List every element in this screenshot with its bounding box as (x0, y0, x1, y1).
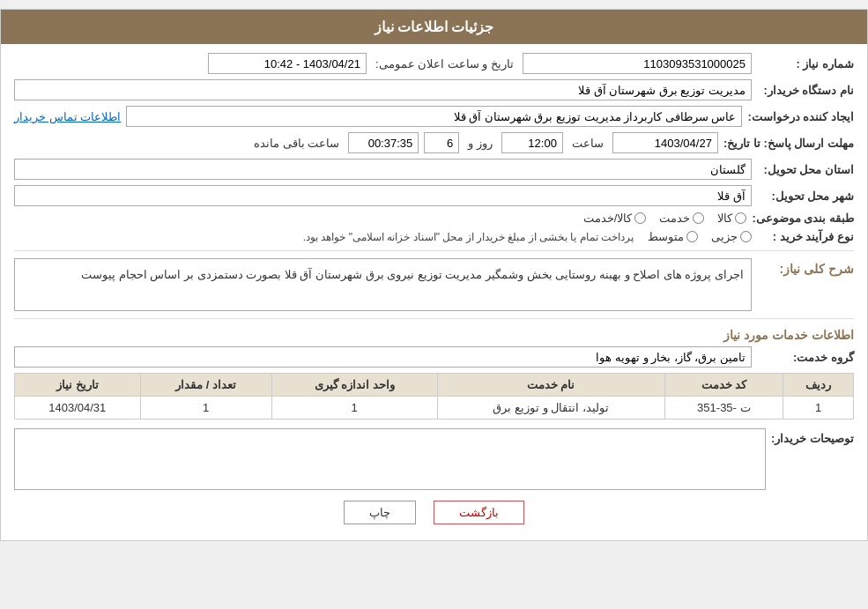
province-label: استان محل تحویل: (757, 163, 854, 176)
contact-link[interactable]: اطلاعات تماس خریدار (14, 110, 121, 123)
purchase-type-radio-group: جزیی متوسط (648, 230, 752, 243)
category-radio-kala-khedmat[interactable] (634, 212, 646, 224)
category-option-khedmat[interactable]: خدمت (659, 212, 704, 225)
table-cell: 1 (140, 397, 271, 420)
deadline-time-input (501, 132, 563, 153)
print-button[interactable]: چاپ (344, 501, 416, 524)
need-number-input (523, 53, 752, 74)
purchase-label-motavasset: متوسط (648, 230, 684, 243)
col-header-row: ردیف (783, 374, 854, 397)
purchase-note: پرداخت تمام یا بخشی از مبلغ خریدار از مح… (303, 231, 634, 243)
announcement-input (208, 53, 367, 74)
divider-2 (14, 318, 854, 319)
purchase-radio-motavasset[interactable] (686, 231, 698, 242)
table-cell: تولید، انتقال و توزیع برق (437, 397, 664, 420)
deadline-remaining-input (348, 132, 419, 153)
service-group-input (14, 346, 752, 368)
deadline-days-input (424, 132, 459, 153)
creator-input (126, 106, 742, 127)
service-group-label: گروه خدمت: (757, 351, 854, 364)
category-radio-kala[interactable] (735, 212, 746, 224)
buyer-org-label: نام دستگاه خریدار: (757, 84, 854, 97)
table-cell: 1 (271, 397, 437, 420)
divider-1 (14, 250, 854, 251)
table-cell: 1403/04/31 (15, 397, 141, 420)
purchase-type-label: نوع فرآیند خرید : (757, 230, 854, 243)
category-radio-group: کالا خدمت کالا/خدمت (583, 212, 747, 225)
description-section-title: شرح کلی نیاز: (757, 262, 854, 276)
category-radio-khedmat[interactable] (693, 212, 704, 224)
category-label: طبقه بندی موضوعی: (752, 212, 854, 225)
description-text: اجرای پروژه های اصلاح و بهبنه روستایی بخ… (14, 258, 752, 311)
buyer-description-box[interactable] (14, 428, 766, 490)
col-header-quantity: تعداد / مقدار (140, 374, 271, 397)
deadline-time-label: ساعت (572, 137, 604, 150)
deadline-date-input (612, 132, 718, 153)
need-number-label: شماره نیاز : (757, 57, 854, 71)
buyer-description-label: توصیحات خریدار: (771, 432, 854, 445)
city-input (14, 185, 752, 206)
col-header-code: کد خدمت (664, 374, 783, 397)
col-header-name: نام خدمت (437, 374, 664, 397)
purchase-label-jozi: جزیی (711, 230, 738, 243)
table-cell: 1 (783, 397, 854, 420)
city-label: شهر محل تحویل: (757, 189, 854, 203)
category-label-kala: کالا (717, 212, 732, 225)
back-button[interactable]: بازگشت (434, 501, 524, 524)
deadline-day-label: روز و (468, 137, 493, 150)
table-row: 1ت -35-351تولید، انتقال و توزیع برق11140… (15, 397, 854, 420)
col-header-date: تاریخ نیاز (15, 374, 141, 397)
category-option-kala-khedmat[interactable]: کالا/خدمت (583, 212, 647, 225)
buyer-org-input (14, 79, 752, 100)
deadline-label: مهلت ارسال پاسخ: تا تاریخ: (723, 137, 854, 150)
province-input (14, 159, 752, 180)
services-table: ردیف کد خدمت نام خدمت واحد اندازه گیری ت… (14, 373, 854, 420)
creator-label: ایجاد کننده درخواست: (747, 110, 854, 123)
purchase-radio-jozi[interactable] (740, 231, 752, 242)
purchase-option-jozi[interactable]: جزیی (711, 230, 752, 243)
page-title: جزئیات اطلاعات نیاز (1, 10, 867, 44)
services-section-title: اطلاعات خدمات مورد نیاز (14, 328, 854, 342)
category-option-kala[interactable]: کالا (717, 212, 746, 225)
purchase-option-motavasset[interactable]: متوسط (648, 230, 698, 243)
category-label-khedmat: خدمت (659, 212, 690, 225)
category-label-kala-khedmat: کالا/خدمت (583, 212, 633, 225)
deadline-remaining-label: ساعت باقی مانده (254, 137, 339, 150)
announcement-label: تاریخ و ساعت اعلان عمومی: (375, 57, 514, 71)
action-buttons: بازگشت چاپ (14, 501, 854, 524)
table-cell: ت -35-351 (664, 397, 783, 420)
col-header-unit: واحد اندازه گیری (271, 374, 437, 397)
